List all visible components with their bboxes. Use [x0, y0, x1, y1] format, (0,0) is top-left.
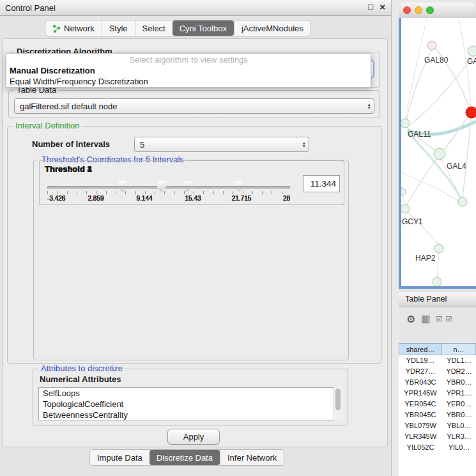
apply-button[interactable]: Apply: [167, 429, 220, 445]
bottom-tab[interactable]: Infer Network: [220, 450, 284, 465]
close-traffic-icon[interactable]: [403, 6, 411, 14]
top-tab[interactable]: jActiveMNodules: [234, 20, 311, 36]
table-cell[interactable]: YBR045C: [399, 410, 442, 420]
table-row[interactable]: YDL19… YDL1…: [399, 355, 476, 366]
table-cell[interactable]: YBL079W: [399, 420, 442, 431]
column-header[interactable]: n…: [442, 343, 476, 355]
scale-label: 9.144: [136, 195, 152, 202]
table-cell[interactable]: YBR043C: [399, 377, 442, 388]
select-checkboxes-icon[interactable]: ☑ ☑: [436, 315, 453, 323]
table-cell[interactable]: YDR27…: [399, 366, 442, 377]
minimize-traffic-icon[interactable]: [415, 6, 422, 14]
slider-ticks: [47, 191, 290, 194]
table-row[interactable]: YBL079W YBL0…: [399, 420, 476, 431]
attribute-list-item[interactable]: BetweennessCentrality: [39, 410, 342, 420]
stepper-down-icon: ▼: [302, 144, 306, 148]
numerical-attributes-list: SelfLoops TopologicalCoefficient Between…: [38, 387, 342, 420]
network-node[interactable]: [401, 204, 410, 213]
table-cell[interactable]: YBR0…: [442, 377, 476, 388]
top-tab[interactable]: Select: [135, 20, 173, 36]
columns-icon[interactable]: ▥: [421, 313, 430, 325]
algorithm-option[interactable]: Equal Width/Frequency Discretization: [6, 76, 371, 87]
threshold-value-field[interactable]: 11.344: [303, 175, 340, 192]
close-icon[interactable]: ×: [380, 1, 385, 12]
table-cell[interactable]: YER054C: [399, 399, 442, 410]
table-row[interactable]: YBR043C YBR0…: [399, 377, 476, 388]
attribute-list-item[interactable]: SelfLoops: [39, 388, 342, 399]
table-cell[interactable]: YDL1…: [442, 355, 476, 366]
slider-track[interactable]: [47, 186, 290, 189]
combo-stepper-icon: ▲ ▼: [300, 141, 306, 148]
table-cell[interactable]: YIL0…: [442, 442, 476, 453]
column-header[interactable]: shared…: [399, 343, 442, 355]
table-data-group: Table Data galFiltered.sif default node …: [8, 90, 380, 118]
num-intervals-label: Number of Intervals: [32, 139, 110, 149]
network-node[interactable]: [466, 107, 476, 118]
table-row[interactable]: YIL052C YIL0…: [399, 442, 476, 453]
table-cell[interactable]: YIL052C: [399, 442, 442, 453]
float-window-icon[interactable]: □: [368, 2, 373, 12]
stepper-down-icon: ▼: [367, 106, 371, 110]
zoom-traffic-icon[interactable]: [426, 6, 434, 14]
network-node[interactable]: [427, 41, 436, 50]
list-scrollbar[interactable]: [334, 387, 342, 420]
table-cell[interactable]: YLR345W: [399, 431, 442, 442]
network-node[interactable]: [434, 244, 443, 253]
table-row[interactable]: YLR345W YLR3…: [399, 431, 476, 442]
control-panel-titlebar: Control Panel □ ×: [0, 0, 391, 16]
network-node[interactable]: [434, 148, 445, 160]
table-cell[interactable]: YDR2…: [442, 366, 476, 377]
table-data-select[interactable]: galFiltered.sif default node ▲ ▼: [14, 98, 374, 114]
threshold-box: Threshold 4 11.344 -3.426 2.859: [39, 160, 344, 205]
numerical-attributes-label: Numerical Attributes: [40, 374, 121, 384]
scale-label: 15.43: [185, 195, 201, 202]
table-cell[interactable]: YLR3…: [442, 431, 476, 442]
table-row[interactable]: YPR145W YPR1…: [399, 388, 476, 399]
table-row[interactable]: YDR27… YDR2…: [399, 366, 476, 377]
gear-icon[interactable]: ⚙: [406, 313, 415, 325]
algorithm-option[interactable]: Manual Discretization: [6, 65, 371, 76]
table-row[interactable]: YBR045C YBR0…: [399, 410, 476, 420]
attribute-list-item[interactable]: TopologicalCoefficient: [39, 399, 342, 410]
network-canvas[interactable]: GAL80GAGAL11GAL4GCY1HAP2: [401, 18, 476, 286]
table-cell[interactable]: YPR1…: [442, 388, 476, 399]
bottom-tab[interactable]: Impute Data: [90, 450, 150, 465]
network-graph[interactable]: GAL80GAGAL11GAL4GCY1HAP2: [401, 18, 476, 286]
num-intervals-select[interactable]: 5 ▲ ▼: [134, 137, 309, 152]
control-panel-window: Control Panel □ ×: [0, 0, 392, 476]
table-rows: YDL19… YDL1… YDR27… YDR2… YBR043C YBR0… …: [399, 355, 476, 476]
threshold-slider[interactable]: -3.426 2.859 9.144 15.43 21.715 28: [47, 183, 290, 203]
table-cell[interactable]: YDL19…: [399, 355, 442, 366]
scale-label: 21.715: [232, 195, 252, 202]
bottom-tab-label: Discretize Data: [157, 453, 213, 463]
table-cell[interactable]: YBL0…: [442, 420, 476, 431]
attributes-group: Attributes to discretize Numerical Attri…: [33, 369, 348, 426]
scrollbar-thumb[interactable]: [335, 388, 341, 410]
network-node[interactable]: [401, 119, 410, 128]
network-node-label: GAL11: [408, 130, 431, 139]
table-toolbar: ⚙ ▥ ☑ ☑: [399, 307, 476, 330]
table-cell[interactable]: YBR0…: [442, 410, 476, 420]
network-node[interactable]: [433, 277, 441, 286]
table-cell[interactable]: YER0…: [442, 399, 476, 410]
table-cell[interactable]: YPR145W: [399, 388, 442, 399]
table-row[interactable]: YER054C YER0…: [399, 399, 476, 410]
attributes-group-label: Attributes to discretize: [38, 364, 125, 373]
top-tab[interactable]: Cyni Toolbox: [173, 20, 234, 36]
cyni-panel-body: Discretization Algorithm Select algorith…: [2, 38, 388, 447]
bottom-tab[interactable]: Discretize Data: [150, 450, 220, 465]
combo-stepper-icon: ▲ ▼: [365, 103, 371, 110]
network-node[interactable]: [401, 188, 406, 196]
network-node[interactable]: [458, 197, 467, 206]
algorithm-dropdown: Select algorithm to view settings Manual…: [6, 53, 371, 88]
table-data-value: galFiltered.sif default node: [20, 102, 365, 111]
table-panel-title: Table Panel: [405, 295, 447, 303]
top-tab[interactable]: Style: [102, 20, 135, 36]
window-controls: [403, 6, 434, 14]
network-node[interactable]: [468, 46, 476, 56]
top-tab[interactable]: Network: [45, 20, 102, 36]
top-tab-label: Network: [64, 24, 95, 33]
network-node-label: GAL4: [447, 162, 466, 171]
slider-scale: -3.426 2.859 9.144 15.43 21.715 28: [47, 195, 290, 203]
network-node-label: GCY1: [402, 217, 423, 226]
